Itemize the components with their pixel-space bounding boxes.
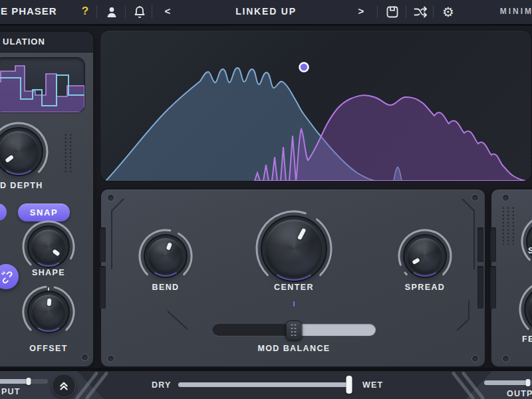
spectrum-display — [100, 30, 532, 182]
offset-label: OFFSET — [21, 344, 76, 353]
center-knob[interactable] — [265, 219, 323, 278]
right-control-panel: S FE — [490, 188, 532, 368]
right-top-label: S — [528, 246, 532, 255]
divider — [433, 5, 434, 18]
dry-wet-handle[interactable] — [346, 376, 352, 394]
snap-button[interactable]: SNAP — [18, 203, 70, 221]
screw-icon — [471, 355, 479, 362]
output-gain-fill — [484, 380, 528, 385]
divider — [152, 5, 152, 18]
offset-default-tick — [48, 287, 49, 293]
divider — [96, 5, 97, 18]
screw-icon — [502, 355, 509, 362]
mod-balance-handle[interactable] — [286, 321, 303, 340]
sidebar-header: ULATION — [0, 32, 93, 53]
output-gain-handle[interactable] — [526, 379, 531, 386]
notifications-bell-icon[interactable] — [132, 4, 148, 20]
modulation-sidebar: ULATION D DEPTH SNAP SHAPE OFFSET — [0, 31, 94, 368]
edge-notch — [100, 266, 106, 309]
io-bottom-bar: PUT DRY WET OUTP — [0, 371, 532, 399]
edge-notch — [490, 266, 496, 309]
sidebar-header-label: ULATION — [3, 32, 45, 52]
mod-cursor-dot[interactable] — [300, 63, 309, 72]
mod-balance-label: MOD BALANCE — [244, 344, 344, 353]
right-bottom-label: FE — [522, 334, 532, 344]
mod-balance-slider[interactable] — [212, 324, 376, 336]
input-gain-handle[interactable] — [27, 378, 31, 385]
shape-knob[interactable] — [31, 229, 66, 264]
mod-depth-label: D DEPTH — [0, 181, 43, 190]
save-icon[interactable] — [384, 4, 400, 20]
edge-notch — [100, 227, 106, 262]
mod-balance-fill — [212, 324, 294, 336]
divider — [125, 5, 126, 18]
texture-dots — [63, 133, 74, 173]
spectrum-curves — [100, 31, 531, 181]
spread-knob[interactable] — [407, 238, 443, 274]
snap-toggle-left-partial[interactable] — [0, 203, 7, 221]
dry-wet-fill — [178, 382, 349, 387]
account-icon[interactable] — [104, 4, 120, 20]
preset-next-button[interactable]: > — [353, 0, 369, 23]
output-label: OUTP — [507, 389, 532, 398]
spread-label: SPREAD — [392, 283, 458, 292]
edge-notch — [477, 266, 483, 309]
handle-grip-dots — [291, 323, 297, 336]
output-gain-slider[interactable] — [484, 380, 532, 385]
divider — [377, 5, 378, 18]
double-chevron-up-icon — [57, 378, 71, 392]
brand-logo: MINIM — [500, 0, 532, 23]
screw-icon — [471, 194, 479, 201]
input-gain-fill — [0, 379, 29, 384]
screw-icon — [107, 194, 114, 201]
balance-center-tick — [293, 301, 295, 307]
broken-link-icon — [0, 269, 14, 284]
center-label: CENTER — [261, 283, 327, 292]
phaser-control-panel: BEND CENTER SPREAD MOD BALANCE — [100, 188, 486, 368]
screw-icon — [502, 194, 509, 201]
preset-prev-button[interactable]: < — [160, 0, 176, 23]
input-label: PUT — [1, 387, 21, 396]
bend-knob[interactable] — [148, 238, 184, 274]
offset-knob[interactable] — [31, 295, 66, 329]
randomize-shuffle-icon[interactable] — [412, 4, 428, 20]
title-bar: E PHASER ? < LINKED UP > ⚙ MINIM — [0, 0, 532, 26]
dry-label: DRY — [152, 380, 172, 390]
mod-waveform-display[interactable] — [0, 57, 85, 113]
edge-notch — [477, 227, 483, 262]
plugin-title: E PHASER — [1, 0, 57, 23]
divider — [406, 5, 406, 18]
texture-dots — [501, 206, 515, 245]
dry-wet-slider[interactable] — [178, 382, 352, 387]
mod-waveform-graphic — [0, 58, 84, 112]
shape-label: SHAPE — [21, 268, 76, 277]
collapse-panel-button[interactable] — [52, 374, 76, 398]
right-bottom-knob[interactable] — [528, 289, 532, 329]
screw-icon — [81, 354, 88, 361]
bend-label: BEND — [132, 283, 199, 292]
edge-notch — [490, 227, 496, 262]
settings-gear-icon[interactable]: ⚙ — [440, 4, 456, 20]
preset-name[interactable]: LINKED UP — [200, 0, 332, 23]
mod-depth-knob[interactable] — [0, 131, 39, 172]
screw-icon — [107, 355, 114, 362]
link-button[interactable] — [0, 264, 19, 289]
wet-label: WET — [362, 380, 383, 390]
input-gain-slider[interactable] — [0, 379, 48, 384]
help-icon[interactable]: ? — [78, 0, 92, 23]
